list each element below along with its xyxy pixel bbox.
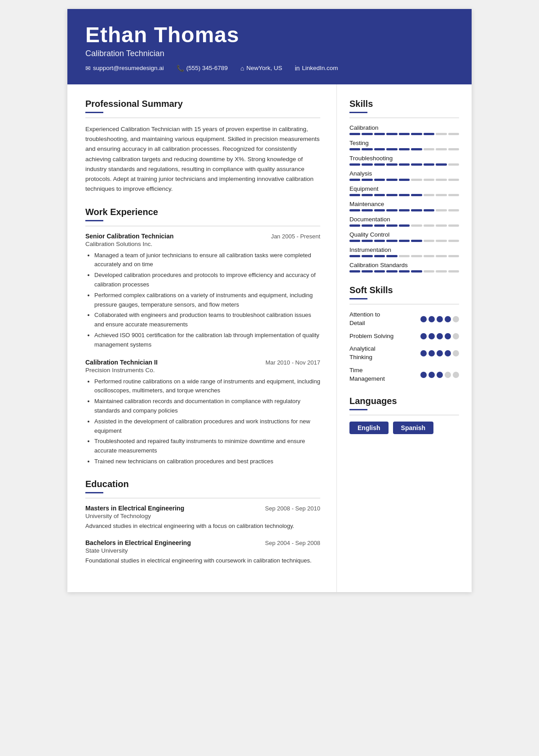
job-header: Senior Calibration Technician Jan 2005 -… — [85, 233, 320, 240]
location-contact: ⌂ NewYork, US — [240, 65, 282, 72]
edu-description: Foundational studies in electrical engin… — [85, 556, 320, 566]
skill-segment — [374, 148, 385, 150]
soft-skill-dot — [453, 350, 459, 356]
soft-skill-name: Problem Solving — [349, 332, 393, 341]
skill-segment — [411, 194, 422, 196]
soft-skill-dot — [453, 372, 459, 378]
job-bullet: Developed calibration procedures and pro… — [94, 271, 320, 290]
skill-segment — [386, 133, 397, 135]
edu-degree: Bachelors in Electrical Engineering — [85, 539, 191, 546]
work-experience-section: Work Experience Senior Calibration Techn… — [85, 207, 320, 466]
skill-segment — [349, 255, 360, 257]
skill-segment — [349, 179, 360, 181]
skill-item: Instrumentation — [349, 246, 459, 257]
soft-skill-dot — [429, 350, 435, 356]
skill-segment — [386, 270, 397, 273]
soft-skill-name: Attention to Detail — [349, 311, 394, 328]
job-bullet: Maintained calibration records and docum… — [94, 397, 320, 416]
location-value: NewYork, US — [247, 65, 283, 71]
soft-skills-list: Attention to Detail Problem Solving Anal… — [349, 311, 459, 383]
language-tag: Spanish — [393, 422, 433, 434]
skill-segment — [448, 179, 459, 181]
skill-segment — [386, 194, 397, 196]
soft-skill-dot — [445, 333, 451, 339]
skill-segment — [448, 194, 459, 196]
skill-item: Documentation — [349, 216, 459, 227]
summary-divider — [85, 112, 103, 113]
skill-segment — [399, 255, 410, 257]
work-title: Work Experience — [85, 207, 320, 217]
skill-segment — [424, 194, 434, 196]
skill-segment — [362, 133, 372, 135]
phone-value: (555) 345-6789 — [186, 65, 228, 71]
skill-segment — [362, 255, 372, 257]
skill-segment — [436, 148, 446, 150]
summary-hr — [85, 118, 320, 118]
phone-icon: 📞 — [177, 65, 184, 72]
job-title: Calibration Technician II — [85, 359, 158, 366]
skill-bar — [349, 133, 459, 135]
skill-segment — [448, 224, 459, 227]
languages-section: Languages EnglishSpanish — [349, 396, 459, 434]
job-bullet: Troubleshooted and repaired faulty instr… — [94, 437, 320, 456]
skill-segment — [399, 240, 410, 242]
skill-bar — [349, 255, 459, 257]
education-list: Masters in Electrical Engineering Sep 20… — [85, 505, 320, 566]
skill-segment — [424, 270, 434, 273]
skill-segment — [349, 270, 360, 273]
contact-bar: ✉ support@resumedesign.ai 📞 (555) 345-67… — [85, 65, 454, 72]
skills-title: Skills — [349, 99, 459, 109]
candidate-title: Calibration Technician — [85, 49, 454, 58]
email-contact: ✉ support@resumedesign.ai — [85, 65, 164, 72]
soft-skill-dots — [420, 350, 459, 356]
linkedin-contact: in LinkedIn.com — [295, 65, 338, 72]
skill-segment — [436, 194, 446, 196]
skill-segment — [399, 163, 410, 166]
skill-item: Calibration Standards — [349, 262, 459, 273]
skill-segment — [411, 224, 422, 227]
job-company: Calibration Solutions Inc. — [85, 241, 320, 247]
skill-segment — [448, 209, 459, 211]
skill-segment — [448, 255, 459, 257]
edu-school: University of Technology — [85, 513, 320, 519]
skill-segment — [436, 255, 446, 257]
skill-segment — [362, 240, 372, 242]
skill-bar — [349, 179, 459, 181]
skill-segment — [399, 209, 410, 211]
skill-segment — [436, 209, 446, 211]
job-bullets: Managed a team of junior technicians to … — [85, 251, 320, 350]
soft-skill-dot — [429, 333, 435, 339]
work-hr — [85, 226, 320, 226]
skill-segment — [362, 179, 372, 181]
skill-segment — [424, 240, 434, 242]
skill-bar — [349, 163, 459, 166]
skill-name: Calibration — [349, 124, 459, 131]
skill-item: Calibration — [349, 124, 459, 135]
skill-name: Calibration Standards — [349, 262, 459, 268]
header-section: Ethan Thomas Calibration Technician ✉ su… — [67, 9, 472, 84]
work-divider — [85, 220, 103, 221]
skill-segment — [386, 209, 397, 211]
skill-name: Quality Control — [349, 231, 459, 238]
skill-segment — [349, 133, 360, 135]
skill-segment — [411, 240, 422, 242]
skill-segment — [436, 224, 446, 227]
skill-segment — [374, 240, 385, 242]
skill-segment — [374, 270, 385, 273]
job-item: Senior Calibration Technician Jan 2005 -… — [85, 233, 320, 350]
skill-name: Maintenance — [349, 201, 459, 207]
job-bullet: Managed a team of junior technicians to … — [94, 251, 320, 270]
skills-divider — [349, 112, 367, 113]
skill-segment — [448, 148, 459, 150]
job-dates: Jan 2005 - Present — [271, 233, 320, 240]
job-header: Calibration Technician II Mar 2010 - Nov… — [85, 359, 320, 366]
skill-segment — [436, 163, 446, 166]
soft-skill-dot — [420, 350, 427, 356]
skill-segment — [349, 240, 360, 242]
soft-skill-dot — [445, 350, 451, 356]
skill-segment — [374, 209, 385, 211]
edu-dates: Sep 2008 - Sep 2010 — [265, 505, 320, 512]
email-icon: ✉ — [85, 65, 91, 72]
skill-segment — [386, 224, 397, 227]
job-title: Senior Calibration Technician — [85, 233, 174, 240]
